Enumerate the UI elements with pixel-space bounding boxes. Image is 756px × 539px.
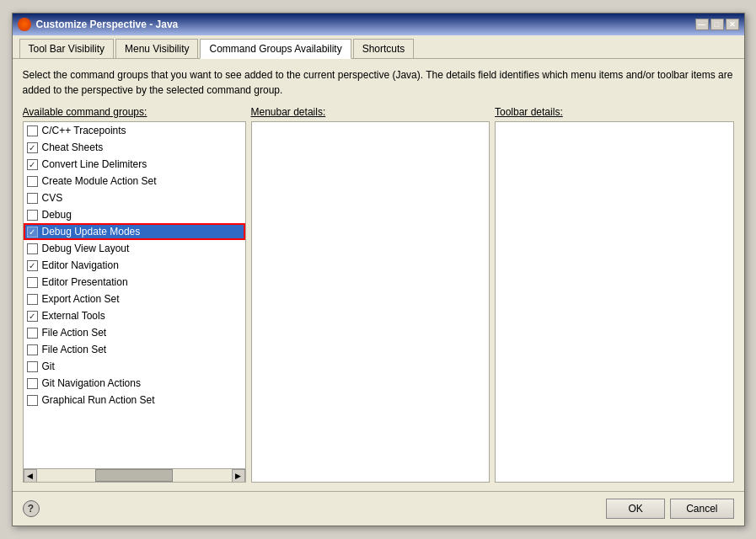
checkbox-convert[interactable]: ✓ — [27, 159, 38, 170]
ok-button[interactable]: OK — [606, 499, 665, 519]
item-label: Debug Update Modes — [42, 226, 141, 237]
help-button[interactable]: ? — [23, 500, 40, 517]
checkbox-export[interactable] — [27, 294, 38, 305]
tab-menu[interactable]: Menu Visibility — [115, 39, 198, 58]
list-item[interactable]: File Action Set — [24, 341, 245, 358]
list-item[interactable]: ✓ External Tools — [24, 307, 245, 324]
scroll-right-button[interactable]: ▶ — [232, 469, 245, 483]
list-item[interactable]: Graphical Run Action Set — [24, 392, 245, 408]
item-label: Git Navigation Actions — [42, 377, 141, 389]
checkbox-editor-pres[interactable] — [27, 277, 38, 288]
item-label: Export Action Set — [42, 293, 120, 305]
cancel-button[interactable]: Cancel — [670, 499, 733, 519]
scroll-thumb[interactable] — [95, 469, 173, 482]
list-item[interactable]: Export Action Set — [24, 291, 245, 307]
checkbox-external[interactable]: ✓ — [27, 311, 38, 322]
checkbox-cpp[interactable] — [27, 125, 38, 136]
dialog-buttons: OK Cancel — [606, 499, 733, 519]
title-bar-left: Customize Perspective - Java — [18, 18, 179, 31]
close-button[interactable]: ✕ — [726, 19, 739, 30]
item-label: Graphical Run Action Set — [42, 394, 155, 406]
bottom-bar: ? OK Cancel — [13, 491, 744, 526]
tab-bar: Tool Bar Visibility Menu Visibility Comm… — [13, 35, 744, 59]
item-label: External Tools — [42, 310, 105, 322]
checkbox-create-module[interactable] — [27, 176, 38, 187]
available-groups-label: Available command groups: — [23, 106, 246, 118]
checkbox-debug-update[interactable]: ✓ — [27, 227, 38, 237]
dialog-window: Customize Perspective - Java ― □ ✕ Tool … — [12, 13, 745, 526]
right-panels: Menubar details: Toolbar details: — [251, 106, 734, 483]
minimize-button[interactable]: ― — [695, 19, 709, 30]
maximize-button[interactable]: □ — [710, 19, 724, 30]
menubar-details-panel: Menubar details: — [251, 106, 491, 483]
checkbox-git[interactable] — [27, 361, 38, 372]
app-icon — [18, 18, 31, 31]
command-groups-scroll[interactable]: C/C++ Tracepoints ✓ Cheat Sheets ✓ Conve… — [24, 122, 245, 468]
left-panel: Available command groups: C/C++ Tracepoi… — [23, 106, 246, 483]
horizontal-scrollbar[interactable]: ◀ ▶ — [24, 468, 245, 482]
checkbox-cheat[interactable]: ✓ — [27, 142, 38, 153]
toolbar-details-label: Toolbar details: — [495, 106, 734, 118]
checkbox-file-2[interactable] — [27, 344, 38, 355]
scroll-track[interactable] — [37, 469, 232, 482]
list-item[interactable]: ✓ Convert Line Delimiters — [24, 156, 245, 173]
command-groups-list-container: C/C++ Tracepoints ✓ Cheat Sheets ✓ Conve… — [23, 121, 246, 483]
item-label: Cheat Sheets — [42, 141, 104, 153]
content-area: Select the command groups that you want … — [13, 59, 744, 491]
checkbox-editor-nav[interactable]: ✓ — [27, 260, 38, 271]
list-item-debug-update-modes[interactable]: ✓ Debug Update Modes — [24, 223, 245, 240]
tab-toolbar[interactable]: Tool Bar Visibility — [19, 39, 114, 58]
menubar-details-label: Menubar details: — [251, 106, 491, 118]
list-item[interactable]: Debug View Layout — [24, 240, 245, 257]
menubar-details-box — [251, 121, 491, 483]
tab-shortcuts[interactable]: Shortcuts — [353, 39, 415, 58]
scroll-left-button[interactable]: ◀ — [24, 469, 37, 483]
window-body: Tool Bar Visibility Menu Visibility Comm… — [13, 35, 744, 526]
toolbar-details-box — [495, 121, 734, 483]
tab-commands[interactable]: Command Groups Availability — [200, 39, 351, 59]
checkbox-cvs[interactable] — [27, 193, 38, 204]
item-label: Debug — [42, 209, 72, 221]
item-label: Editor Presentation — [42, 276, 128, 288]
list-item[interactable]: Editor Presentation — [24, 274, 245, 291]
list-item[interactable]: Debug — [24, 206, 245, 223]
list-item[interactable]: Git — [24, 358, 245, 375]
list-item[interactable]: CVS — [24, 189, 245, 206]
checkbox-git-nav[interactable] — [27, 378, 38, 389]
list-item[interactable]: Create Module Action Set — [24, 173, 245, 189]
checkbox-file-1[interactable] — [27, 328, 38, 339]
item-label: Debug View Layout — [42, 243, 130, 254]
item-label: Create Module Action Set — [42, 175, 157, 187]
item-label: File Action Set — [42, 344, 107, 355]
list-item[interactable]: Git Navigation Actions — [24, 375, 245, 392]
list-item[interactable]: ✓ Editor Navigation — [24, 257, 245, 274]
title-bar-buttons: ― □ ✕ — [695, 19, 739, 30]
list-item[interactable]: ✓ Cheat Sheets — [24, 139, 245, 156]
panels: Available command groups: C/C++ Tracepoi… — [23, 106, 734, 483]
item-label: C/C++ Tracepoints — [42, 125, 126, 136]
item-label: CVS — [42, 192, 63, 204]
item-label: Editor Navigation — [42, 259, 119, 271]
toolbar-details-panel: Toolbar details: — [495, 106, 734, 483]
checkbox-debug-view[interactable] — [27, 243, 38, 254]
list-item[interactable]: C/C++ Tracepoints — [24, 122, 245, 139]
title-bar: Customize Perspective - Java ― □ ✕ — [13, 13, 744, 35]
item-label: Git — [42, 360, 55, 372]
item-label: File Action Set — [42, 327, 107, 339]
description-text: Select the command groups that you want … — [23, 67, 734, 98]
checkbox-debug[interactable] — [27, 210, 38, 221]
list-item[interactable]: File Action Set — [24, 324, 245, 341]
checkbox-graphical[interactable] — [27, 395, 38, 406]
item-label: Convert Line Delimiters — [42, 158, 147, 170]
window-title: Customize Perspective - Java — [36, 19, 179, 30]
